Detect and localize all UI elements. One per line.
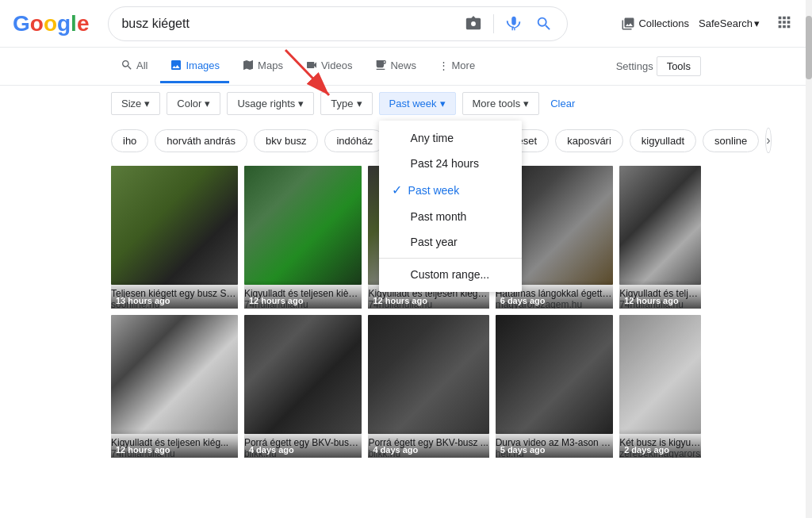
apps-icon <box>776 13 793 31</box>
image-card-8[interactable]: 4 days ago Porrá égett egy BKV-busz ... … <box>368 315 488 458</box>
custom-range-label: Custom range... <box>411 268 490 281</box>
chevron-size-icon: ▾ <box>144 98 150 109</box>
past-24h-label: Past 24 hours <box>411 157 479 170</box>
size-label: Size <box>121 98 141 109</box>
apps-button[interactable] <box>769 7 799 40</box>
filter-time[interactable]: Past week ▾ <box>379 92 456 115</box>
images-row-2: 12 hours ago Kigyulladt és teljesen kiég… <box>111 315 701 458</box>
image-time-3: 12 hours ago <box>373 296 484 305</box>
tab-images[interactable]: Images <box>160 49 229 83</box>
dropdown-past-week[interactable]: ✓ Past week <box>379 176 522 204</box>
image-overlay-1: 13 hours ago <box>111 280 238 309</box>
settings-button[interactable]: Settings <box>616 60 653 72</box>
tab-maps[interactable]: Maps <box>232 49 293 83</box>
related-kaposvari[interactable]: kaposvári <box>555 129 623 152</box>
scrollbar-thumb[interactable] <box>806 16 812 79</box>
chevron-usage-icon: ▾ <box>298 98 304 109</box>
search-bar <box>108 6 568 41</box>
usage-rights-label: Usage rights <box>237 98 295 109</box>
past-month-label: Past month <box>411 210 467 223</box>
image-card-5[interactable]: 12 hours ago Kigyulladt és teljesen kiég… <box>619 166 701 309</box>
image-card-7[interactable]: 4 days ago Porrá égett egy BKV-busz ... … <box>244 315 362 458</box>
filter-time-container: Past week ▾ Any time Past 24 hours ✓ Pas… <box>379 92 456 115</box>
mic-icon <box>505 15 523 33</box>
collections-link[interactable]: Collections <box>621 17 689 31</box>
filter-bar: Size ▾ Color ▾ Usage rights ▾ Type ▾ Pas… <box>0 86 812 121</box>
settings-label: Settings <box>616 60 653 72</box>
tools-button[interactable]: Tools <box>657 56 701 76</box>
tab-more[interactable]: ⋮ More <box>429 50 485 83</box>
dropdown-custom-range[interactable]: Custom range... <box>379 262 522 287</box>
image-overlay-6: 12 hours ago <box>111 429 238 458</box>
collections-icon <box>621 17 635 31</box>
scrollbar[interactable] <box>806 0 812 470</box>
time-filter-label: Past week <box>389 98 437 109</box>
tab-videos[interactable]: Videos <box>296 49 362 83</box>
clear-button[interactable]: Clear <box>546 93 580 114</box>
images-tab-icon <box>170 59 182 71</box>
tab-images-label: Images <box>186 59 220 71</box>
collections-label: Collections <box>638 17 689 29</box>
past-year-label: Past year <box>411 236 458 248</box>
image-card-6[interactable]: 12 hours ago Kigyulladt és teljesen kiég… <box>111 315 238 458</box>
image-overlay-7: 4 days ago <box>244 429 362 458</box>
filter-color[interactable]: Color ▾ <box>167 92 220 115</box>
filter-size[interactable]: Size ▾ <box>111 92 160 115</box>
type-label: Type <box>331 98 353 109</box>
camera-icon <box>465 15 482 33</box>
dropdown-divider <box>379 258 522 259</box>
image-time-4: 6 days ago <box>500 296 608 305</box>
all-icon <box>121 59 133 71</box>
dropdown-past-month[interactable]: Past month <box>379 204 522 229</box>
safesearch-label: SafeSearch <box>699 17 753 29</box>
image-card-1[interactable]: 13 hours ago Teljesen kiégett egy busz S… <box>111 166 238 309</box>
filter-type[interactable]: Type ▾ <box>320 92 372 115</box>
image-time-8: 4 days ago <box>373 445 484 455</box>
image-card-9[interactable]: 5 days ago Durva video az M3-ason kiéget… <box>496 315 613 458</box>
related-horvath[interactable]: horváth andrás <box>155 129 247 152</box>
image-card-2[interactable]: 12 hours ago Kigyulladt és teljesen kièg… <box>244 166 362 309</box>
camera-button[interactable] <box>463 13 484 34</box>
tab-news[interactable]: News <box>365 49 426 83</box>
related-sonline[interactable]: sonline <box>703 129 759 152</box>
chevron-color-icon: ▾ <box>205 98 210 109</box>
chevron-right-icon: › <box>766 133 770 148</box>
dropdown-past-year[interactable]: Past year <box>379 229 522 255</box>
header-right: Collections SafeSearch ▾ <box>621 7 799 40</box>
image-overlay-5: 12 hours ago <box>619 280 701 309</box>
news-icon <box>374 59 387 71</box>
tab-more-label: ⋮ More <box>439 59 475 71</box>
clear-label: Clear <box>550 98 575 109</box>
google-logo: Google <box>13 11 89 36</box>
search-input[interactable] <box>121 17 463 31</box>
filter-usage-rights[interactable]: Usage rights ▾ <box>227 92 314 115</box>
search-button[interactable] <box>534 13 554 34</box>
search-icon <box>535 15 553 33</box>
header: Google Collecti <box>0 0 812 48</box>
related-bkv-busz[interactable]: bkv busz <box>254 129 318 152</box>
any-time-label: Any time <box>411 132 454 144</box>
image-overlay-8: 4 days ago <box>368 429 488 458</box>
related-indohaz[interactable]: indóház <box>324 129 385 152</box>
tab-all[interactable]: All <box>111 49 157 83</box>
related-kigyulladt[interactable]: kigyulladt <box>630 129 696 152</box>
color-label: Color <box>177 98 201 109</box>
image-overlay-2: 12 hours ago <box>244 280 362 309</box>
image-time-1: 13 hours ago <box>116 296 233 305</box>
image-overlay-9: 5 days ago <box>496 429 613 458</box>
image-time-2: 12 hours ago <box>249 296 357 305</box>
filter-more-tools[interactable]: More tools ▾ <box>462 92 540 115</box>
tab-maps-label: Maps <box>258 59 283 71</box>
image-time-10: 2 days ago <box>624 445 696 455</box>
dropdown-any-time[interactable]: Any time <box>379 125 522 151</box>
safesearch-button[interactable]: SafeSearch ▾ <box>699 17 760 29</box>
image-card-10[interactable]: 2 days ago Két busz is kigyulladt szerda… <box>619 315 701 458</box>
dropdown-past-24h[interactable]: Past 24 hours <box>379 151 522 176</box>
tab-all-label: All <box>136 59 147 71</box>
related-iho[interactable]: iho <box>111 129 148 152</box>
next-related-button[interactable]: › <box>765 128 771 153</box>
more-tools-label: More tools <box>473 98 521 109</box>
nav-tabs: All Images Maps Videos News ⋮ More Setti… <box>0 48 812 86</box>
time-dropdown-menu: Any time Past 24 hours ✓ Past week Past … <box>379 121 522 292</box>
mic-button[interactable] <box>504 13 524 34</box>
